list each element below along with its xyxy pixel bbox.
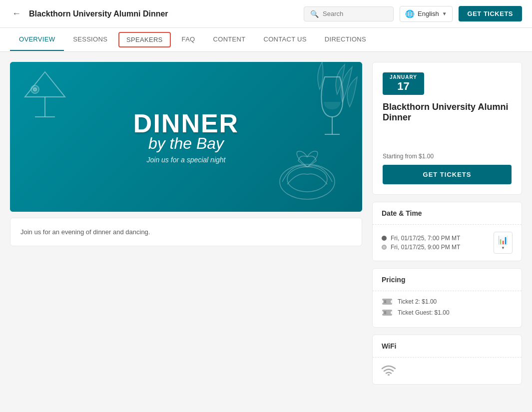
svg-rect-18 bbox=[385, 311, 386, 314]
banner-title-line1: DINNER bbox=[133, 110, 239, 136]
datetime-times: Fri, 01/17/25, 7:00 PM MT Fri, 01/17/25,… bbox=[382, 235, 460, 251]
back-arrow-icon: ← bbox=[12, 8, 21, 18]
header: ← Blackthorn University Alumni Dinner 🔍 … bbox=[0, 0, 532, 28]
nav-tabs: OVERVIEW SESSIONS SPEAKERS FAQ CONTENT C… bbox=[0, 28, 532, 52]
event-description-text: Join us for an evening of dinner and dan… bbox=[20, 228, 352, 236]
wifi-body bbox=[373, 358, 522, 384]
calendar-icon: 📊 bbox=[498, 235, 508, 245]
pricing-card: Pricing Ticket 2: $1.00 bbox=[372, 268, 522, 328]
wifi-signal-icon bbox=[382, 365, 396, 376]
pricing-item-2: Ticket Guest: $1.00 bbox=[382, 309, 513, 316]
globe-icon: 🌐 bbox=[405, 9, 415, 18]
event-name: Blackthorn University Alumni Dinner bbox=[383, 102, 512, 123]
datetime-header: Date & Time bbox=[373, 202, 522, 225]
svg-point-19 bbox=[388, 374, 390, 376]
search-bar: 🔍 bbox=[304, 6, 394, 21]
start-time-row: Fri, 01/17/25, 7:00 PM MT bbox=[382, 235, 460, 242]
svg-point-4 bbox=[33, 88, 36, 91]
tab-faq[interactable]: FAQ bbox=[173, 28, 204, 51]
event-summary-card: JANUARY 17 Blackthorn University Alumni … bbox=[372, 62, 522, 195]
wifi-card: WiFi bbox=[372, 335, 522, 385]
page-title: Blackthorn University Alumni Dinner bbox=[29, 9, 168, 18]
date-month: JANUARY bbox=[390, 74, 417, 80]
header-left: ← Blackthorn University Alumni Dinner bbox=[10, 6, 168, 21]
ticket-icon-1 bbox=[382, 298, 393, 305]
svg-rect-13 bbox=[385, 300, 386, 303]
date-day: 17 bbox=[390, 80, 417, 93]
tab-content[interactable]: CONTENT bbox=[204, 28, 255, 51]
pricing-item-1: Ticket 2: $1.00 bbox=[382, 298, 513, 305]
left-panel: DINNER by the Bay Join us for a special … bbox=[10, 62, 362, 385]
starting-from-label: Starting from $1.00 bbox=[383, 153, 512, 160]
leaves-decoration-icon bbox=[272, 62, 362, 152]
tab-directions[interactable]: DIRECTIONS bbox=[316, 28, 375, 51]
datetime-row: Fri, 01/17/25, 7:00 PM MT Fri, 01/17/25,… bbox=[382, 232, 513, 254]
banner-subtitle: Join us for a special night bbox=[133, 156, 239, 164]
language-selector[interactable]: 🌐 English ▼ bbox=[400, 6, 453, 22]
svg-point-8 bbox=[287, 167, 327, 192]
floral-decoration-icon bbox=[267, 147, 347, 207]
pricing-header: Pricing bbox=[373, 269, 522, 291]
end-time-dot bbox=[382, 245, 387, 250]
pricing-item-2-label: Ticket Guest: $1.00 bbox=[398, 309, 450, 316]
search-input[interactable] bbox=[323, 10, 387, 17]
start-time-dot bbox=[382, 236, 387, 241]
language-label: English bbox=[418, 10, 439, 17]
get-tickets-main-button[interactable]: GET TICKETS bbox=[383, 165, 512, 184]
end-time-row: Fri, 01/17/25, 9:00 PM MT bbox=[382, 244, 460, 251]
date-badge: JANUARY 17 bbox=[383, 72, 424, 95]
get-tickets-header-button[interactable]: GET TICKETS bbox=[459, 6, 522, 21]
back-button[interactable]: ← bbox=[10, 6, 23, 21]
banner-text: DINNER by the Bay Join us for a special … bbox=[133, 110, 239, 164]
tab-speakers[interactable]: SPEAKERS bbox=[118, 32, 171, 47]
svg-rect-17 bbox=[384, 311, 385, 314]
datetime-body: Fri, 01/17/25, 7:00 PM MT Fri, 01/17/25,… bbox=[373, 225, 522, 261]
banner-title-line2: by the Bay bbox=[133, 134, 239, 153]
tab-overview[interactable]: OVERVIEW bbox=[10, 28, 64, 51]
pricing-body: Ticket 2: $1.00 Ticket Guest: $1.00 bbox=[373, 291, 522, 327]
pricing-item-1-label: Ticket 2: $1.00 bbox=[398, 298, 437, 305]
right-panel: JANUARY 17 Blackthorn University Alumni … bbox=[372, 62, 522, 385]
start-time-label: Fri, 01/17/25, 7:00 PM MT bbox=[391, 235, 460, 242]
add-to-cal-chevron: ▼ bbox=[501, 246, 505, 250]
chevron-down-icon: ▼ bbox=[442, 11, 447, 16]
svg-marker-0 bbox=[25, 72, 65, 97]
datetime-card: Date & Time Fri, 01/17/25, 7:00 PM MT Fr… bbox=[372, 202, 522, 261]
event-description-card: Join us for an evening of dinner and dan… bbox=[10, 218, 362, 246]
end-time-label: Fri, 01/17/25, 9:00 PM MT bbox=[391, 244, 460, 251]
ticket-icon-2 bbox=[382, 309, 393, 316]
wifi-header: WiFi bbox=[373, 335, 522, 358]
svg-rect-12 bbox=[384, 300, 385, 303]
wifi-icon bbox=[382, 365, 513, 377]
martini-glass-icon bbox=[15, 67, 75, 132]
add-to-calendar-button[interactable]: 📊 ▼ bbox=[494, 232, 513, 254]
tab-contact-us[interactable]: CONTACT US bbox=[254, 28, 315, 51]
main-content: DINNER by the Bay Join us for a special … bbox=[0, 62, 532, 385]
search-icon: 🔍 bbox=[310, 10, 319, 18]
header-right: 🔍 🌐 English ▼ GET TICKETS bbox=[304, 6, 522, 22]
event-banner: DINNER by the Bay Join us for a special … bbox=[10, 62, 362, 212]
tab-sessions[interactable]: SESSIONS bbox=[64, 28, 116, 51]
